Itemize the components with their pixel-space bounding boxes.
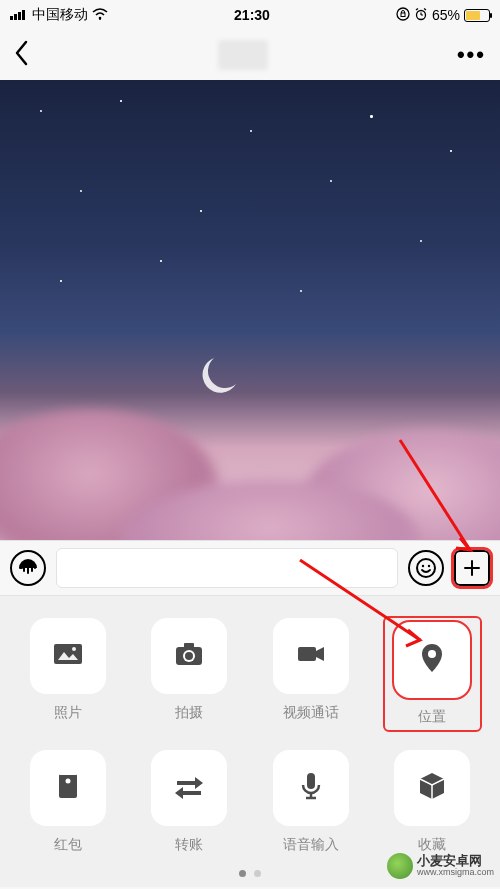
transfer-icon (171, 768, 207, 808)
watermark: 小麦安卓网 www.xmsigma.com (387, 853, 494, 879)
svg-line-9 (424, 8, 426, 10)
attach-red-packet[interactable]: 红包 (20, 750, 116, 854)
attach-location[interactable]: 位置 (385, 618, 481, 730)
watermark-name: 小麦安卓网 (417, 854, 494, 868)
emoji-button[interactable] (408, 550, 444, 586)
svg-point-33 (65, 779, 70, 784)
attach-label: 语音输入 (283, 836, 339, 854)
svg-rect-2 (18, 12, 21, 20)
page-dot[interactable] (254, 870, 261, 877)
attach-favorites[interactable]: 收藏 (385, 750, 481, 854)
svg-marker-35 (175, 787, 201, 799)
svg-rect-6 (401, 13, 405, 17)
svg-point-18 (422, 565, 424, 567)
attach-video-call[interactable]: 视频通话 (263, 618, 359, 730)
attach-label: 视频通话 (283, 704, 339, 722)
status-left: 中国移动 (10, 6, 108, 24)
svg-rect-3 (22, 10, 25, 20)
watermark-logo-icon (387, 853, 413, 879)
svg-point-4 (99, 17, 102, 20)
photo-icon (50, 636, 86, 676)
carrier-label: 中国移动 (32, 6, 88, 24)
red-envelope-icon (50, 768, 86, 808)
crescent-moon-icon (200, 350, 244, 394)
svg-point-24 (72, 647, 76, 651)
chat-background[interactable] (0, 80, 500, 540)
location-pin-icon (414, 640, 450, 680)
message-input[interactable] (56, 548, 398, 588)
back-button[interactable] (14, 40, 30, 70)
svg-rect-1 (14, 14, 17, 20)
watermark-url: www.xmsigma.com (417, 868, 494, 878)
attach-voice-input[interactable]: 语音输入 (263, 750, 359, 854)
battery-percent: 65% (432, 7, 460, 23)
svg-point-5 (397, 8, 409, 20)
svg-rect-26 (184, 643, 194, 648)
attach-transfer[interactable]: 转账 (142, 750, 238, 854)
attach-plus-button[interactable] (454, 550, 490, 586)
mic-icon (293, 768, 329, 808)
svg-rect-36 (307, 773, 315, 789)
svg-point-19 (428, 565, 430, 567)
attach-photo[interactable]: 照片 (20, 618, 116, 730)
nav-bar: ••• (0, 30, 500, 80)
attach-label: 红包 (54, 836, 82, 854)
status-time: 21:30 (234, 7, 270, 23)
attachment-panel: 照片 拍摄 视频通话 位置 红包 转账 语音输入 (0, 596, 500, 887)
more-button[interactable]: ••• (457, 42, 486, 68)
svg-rect-0 (10, 16, 13, 20)
attach-camera[interactable]: 拍摄 (142, 618, 238, 730)
chat-title-blurred (218, 40, 268, 70)
signal-icon (10, 7, 28, 23)
input-bar (0, 540, 500, 596)
attach-label: 位置 (418, 708, 446, 726)
attach-label: 照片 (54, 704, 82, 722)
svg-point-17 (417, 559, 435, 577)
cube-icon (414, 768, 450, 808)
status-right: 65% (396, 7, 490, 24)
svg-marker-30 (316, 647, 324, 661)
orientation-lock-icon (396, 7, 410, 24)
svg-point-28 (185, 652, 193, 660)
page-dot[interactable] (239, 870, 246, 877)
attach-label: 拍摄 (175, 704, 203, 722)
voice-input-button[interactable] (10, 550, 46, 586)
status-bar: 中国移动 21:30 65% (0, 0, 500, 30)
video-icon (293, 636, 329, 676)
svg-point-31 (428, 650, 436, 658)
svg-marker-34 (177, 777, 203, 789)
attach-label: 收藏 (418, 836, 446, 854)
attach-label: 转账 (175, 836, 203, 854)
svg-line-8 (416, 8, 418, 10)
battery-icon (464, 9, 490, 22)
wifi-icon (92, 7, 108, 23)
svg-rect-29 (298, 647, 316, 661)
alarm-icon (414, 7, 428, 24)
svg-rect-22 (54, 644, 82, 664)
camera-icon (171, 636, 207, 676)
